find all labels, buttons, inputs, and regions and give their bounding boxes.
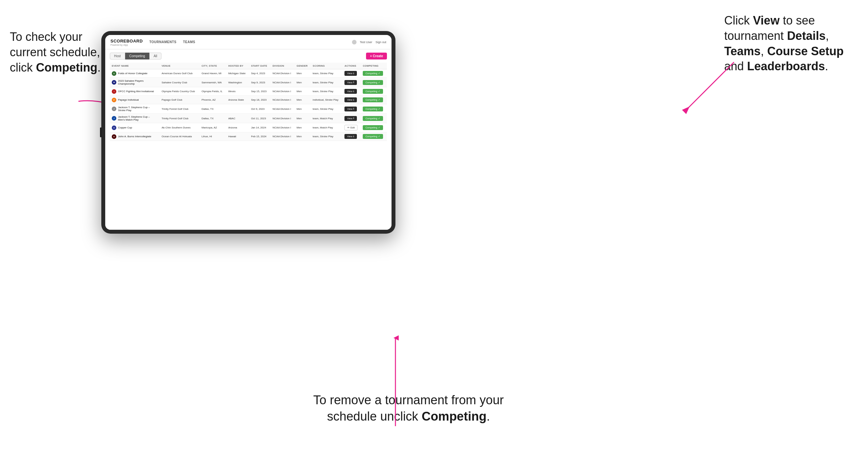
cell-event-name: J Jackson T. Stephens Cup – Stroke Play [110, 104, 160, 114]
cell-event-name: J Jackson T. Stephens Cup – Men's Match … [110, 114, 160, 123]
cell-date: Jan 14, 2024 [249, 123, 271, 132]
col-gender: GENDER [295, 63, 311, 69]
event-name-text: John A. Burns Intercollegiate [118, 135, 151, 138]
cell-competing: Competing [361, 87, 387, 96]
col-city: CITY, STATE [200, 63, 226, 69]
cell-gender: Men [295, 87, 311, 96]
cell-gender: Men [295, 96, 311, 104]
cell-actions: View ℹ [342, 96, 361, 104]
competing-button[interactable]: Competing [363, 125, 383, 130]
cell-venue: Sahalee Country Club [160, 78, 200, 87]
cell-actions: View ℹ [342, 78, 361, 87]
competing-button[interactable]: Competing [363, 89, 383, 94]
cell-gender: Men [295, 78, 311, 87]
cell-hosted: Hawaii [226, 132, 249, 141]
cell-division: NCAA Division I [271, 87, 295, 96]
user-icon [352, 40, 356, 44]
cell-city: Sammamish, WA [200, 78, 226, 87]
table-row: H John A. Burns Intercollegiate Ocean Co… [110, 132, 387, 141]
cell-gender: Men [295, 104, 311, 114]
event-name-text: Papago Individual [118, 98, 139, 101]
nav-links: TOURNAMENTS TEAMS [149, 40, 195, 44]
col-division: DIVISION [271, 63, 295, 69]
col-event-name: EVENT NAME [110, 63, 160, 69]
cell-actions: View ℹ [342, 69, 361, 78]
competing-button[interactable]: Competing [363, 71, 383, 76]
cell-date: Sep 18, 2023 [249, 96, 271, 104]
cell-hosted: Michigan State [226, 69, 249, 78]
competing-button[interactable]: Competing [363, 97, 383, 102]
logo-sub: Powered by clipp [111, 44, 143, 46]
create-button[interactable]: + Create [366, 53, 387, 60]
app-header: SCOREBOARD Powered by clipp TOURNAMENTS … [105, 35, 392, 49]
event-name-text: 2023 Sahalee Players Championship [118, 80, 154, 85]
cell-hosted: Arizona State [226, 96, 249, 104]
arrow-bottom [392, 335, 399, 426]
view-button[interactable]: View ℹ [344, 134, 357, 139]
cell-date: Oct 9, 2023 [249, 104, 271, 114]
left-competing-bold: Competing [36, 61, 97, 74]
view-button[interactable]: View ℹ [344, 116, 357, 121]
cell-venue: Ocean Course At Hokuala [160, 132, 200, 141]
view-button[interactable]: View ℹ [344, 106, 357, 112]
col-competing: COMPETING [361, 63, 387, 69]
competing-button[interactable]: Competing [363, 80, 383, 85]
event-name-text: Jackson T. Stephens Cup – Men's Match Pl… [118, 115, 154, 121]
cell-actions: View ℹ [342, 87, 361, 96]
logo-text: SCOREBOARD [111, 38, 143, 43]
team-logo: A [112, 125, 116, 130]
view-button[interactable]: View ℹ [344, 80, 357, 85]
right-annotation-text: Click View to see tournament Details, Te… [724, 14, 843, 73]
cell-competing: Competing [361, 114, 387, 123]
table-row: G Folds of Honor Collegiate American Dun… [110, 69, 387, 78]
event-name-text: OFCC Fighting Illini Invitational [118, 90, 154, 93]
cell-event-name: G Folds of Honor Collegiate [110, 69, 160, 78]
cell-venue: Trinity Forest Golf Club [160, 104, 200, 114]
cell-scoring: team, Stroke Play [311, 87, 342, 96]
tabs-group: Host Competing All [110, 53, 161, 60]
right-leaderboards-bold: Leaderboards [747, 60, 825, 73]
right-coursesetup-bold: Course Setup [767, 44, 843, 58]
cell-scoring: individual, Stroke Play [311, 96, 342, 104]
nav-teams[interactable]: TEAMS [183, 40, 195, 44]
cell-hosted: Washington [226, 78, 249, 87]
view-button[interactable]: View ℹ [344, 89, 357, 94]
tab-host[interactable]: Host [110, 53, 125, 60]
cell-event-name: I OFCC Fighting Illini Invitational [110, 87, 160, 96]
tab-all[interactable]: All [149, 53, 161, 60]
cell-scoring: team, Match Play [311, 114, 342, 123]
cell-city: Maricopa, AZ [200, 123, 226, 132]
view-button[interactable]: View ℹ [344, 97, 357, 102]
tablet-screen: SCOREBOARD Powered by clipp TOURNAMENTS … [105, 35, 392, 230]
cell-city: Lihue, HI [200, 132, 226, 141]
cell-venue: Trinity Forest Golf Club [160, 114, 200, 123]
right-details-bold: Details [787, 29, 826, 42]
table-row: P Papago Individual Papago Golf Club Pho… [110, 96, 387, 104]
cell-actions: View ℹ [342, 132, 361, 141]
team-logo: J [112, 106, 116, 111]
bottom-annotation-text: To remove a tournament from your schedul… [313, 393, 504, 423]
col-scoring: SCORING [311, 63, 342, 69]
table-row: J Jackson T. Stephens Cup – Stroke Play … [110, 104, 387, 114]
view-button[interactable]: View ℹ [344, 71, 357, 76]
cell-event-name: P Papago Individual [110, 96, 160, 104]
cell-hosted: Illinois [226, 87, 249, 96]
edit-button[interactable]: ✏ Edit [344, 125, 358, 130]
cell-division: NCAA Division I [271, 104, 295, 114]
cell-actions: ✏ Edit [342, 123, 361, 132]
cell-date: Oct 11, 2023 [249, 114, 271, 123]
sign-out-link[interactable]: Sign out [375, 40, 386, 44]
competing-button[interactable]: Competing [363, 106, 383, 112]
arrow-right [675, 56, 741, 114]
right-annotation: Click View to see tournament Details, Te… [724, 13, 862, 74]
cell-city: Dallas, TX [200, 114, 226, 123]
competing-button[interactable]: Competing [363, 134, 383, 139]
competing-button[interactable]: Competing [363, 116, 383, 121]
tablet-device: SCOREBOARD Powered by clipp TOURNAMENTS … [101, 31, 396, 234]
nav-tournaments[interactable]: TOURNAMENTS [149, 40, 177, 44]
cell-hosted [226, 104, 249, 114]
event-name-text: Folds of Honor Collegiate [118, 72, 147, 75]
header-right: Test User Sign out [352, 40, 386, 44]
cell-division: NCAA Division I [271, 123, 295, 132]
tab-competing[interactable]: Competing [125, 53, 149, 60]
